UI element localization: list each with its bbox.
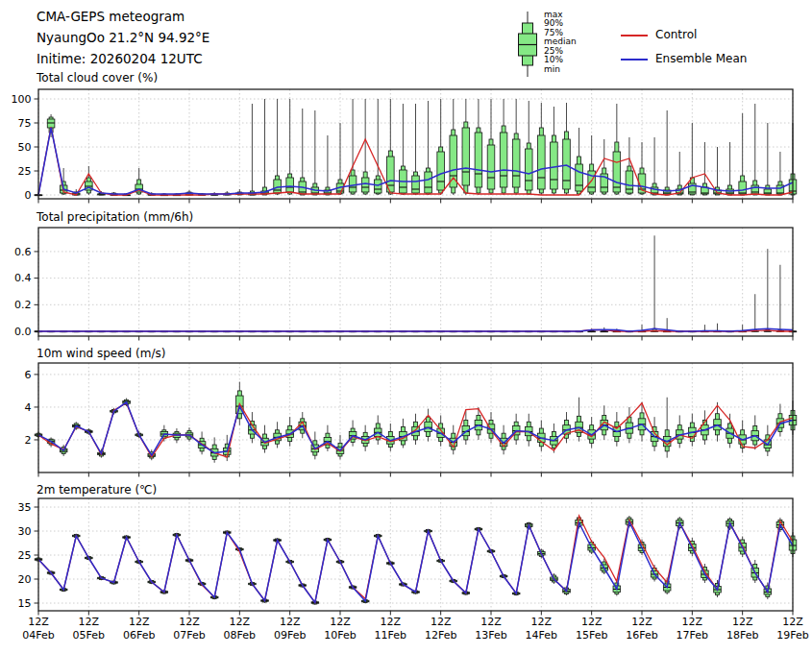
- svg-text:12Feb: 12Feb: [425, 629, 456, 642]
- svg-text:12Z: 12Z: [682, 616, 703, 628]
- svg-text:12Z: 12Z: [381, 616, 402, 628]
- panel-title-precip: Total precipitation (mm/6h): [37, 210, 193, 224]
- svg-text:12Z: 12Z: [431, 616, 452, 628]
- svg-text:25: 25: [18, 549, 32, 562]
- panel-title-cloud: Total cloud cover (%): [37, 71, 158, 85]
- svg-text:30: 30: [18, 525, 32, 538]
- svg-text:04Feb: 04Feb: [22, 629, 54, 642]
- svg-text:12Z: 12Z: [230, 616, 251, 628]
- svg-text:10Feb: 10Feb: [324, 629, 356, 642]
- svg-text:12Z: 12Z: [79, 616, 100, 628]
- control-line-swatch: [621, 35, 648, 36]
- legend-label-min: min: [544, 65, 560, 74]
- svg-text:12Z: 12Z: [480, 616, 502, 628]
- svg-text:12Z: 12Z: [129, 616, 150, 628]
- station-info: NyaungOo 21.2°N 94.92°E: [37, 27, 209, 48]
- svg-text:12Z: 12Z: [330, 616, 351, 628]
- svg-text:12Z: 12Z: [581, 616, 603, 628]
- svg-text:0.4: 0.4: [14, 272, 32, 284]
- init-time: Initime: 20260204 12UTC: [37, 48, 203, 69]
- svg-text:09Feb: 09Feb: [274, 629, 306, 642]
- legend-control-label: Control: [655, 28, 697, 41]
- meteogram-page: 02550751000.00.20.40.6246152025303512Z04…: [0, 0, 812, 654]
- svg-text:12Z: 12Z: [782, 616, 803, 628]
- svg-text:35: 35: [18, 501, 32, 514]
- svg-text:50: 50: [18, 141, 32, 154]
- svg-text:12Z: 12Z: [280, 616, 301, 628]
- panel-title-temp: 2m temperature (℃): [37, 483, 157, 497]
- svg-text:19Feb: 19Feb: [776, 629, 808, 642]
- panel-title-wind: 10m wind speed (m/s): [37, 347, 165, 360]
- ensemble-line-swatch: [621, 59, 648, 61]
- svg-text:07Feb: 07Feb: [173, 629, 205, 642]
- svg-text:2: 2: [25, 434, 32, 447]
- svg-text:17Feb: 17Feb: [677, 629, 708, 642]
- svg-text:12Z: 12Z: [732, 616, 753, 628]
- page-title: CMA-GEPS meteogram: [37, 6, 185, 27]
- meteogram-canvas: 02550751000.00.20.40.6246152025303512Z04…: [0, 0, 812, 654]
- legend-label-median: median: [544, 37, 577, 46]
- svg-text:20: 20: [18, 573, 32, 586]
- svg-text:06Feb: 06Feb: [123, 629, 155, 642]
- svg-text:0.0: 0.0: [14, 326, 32, 338]
- svg-text:15: 15: [18, 597, 32, 610]
- svg-text:14Feb: 14Feb: [526, 629, 557, 642]
- svg-text:12Z: 12Z: [531, 616, 553, 628]
- svg-text:08Feb: 08Feb: [224, 629, 256, 642]
- svg-text:11Feb: 11Feb: [375, 629, 406, 642]
- svg-text:12Z: 12Z: [179, 616, 200, 628]
- svg-text:0.6: 0.6: [14, 246, 32, 258]
- svg-text:18Feb: 18Feb: [726, 629, 758, 642]
- svg-text:15Feb: 15Feb: [576, 629, 607, 642]
- legend-label-p90: 90%: [544, 19, 563, 28]
- legend-ensemble-label: Ensemble Mean: [655, 52, 747, 65]
- svg-text:0: 0: [25, 189, 32, 202]
- svg-text:12Z: 12Z: [631, 616, 652, 628]
- svg-text:0.2: 0.2: [14, 299, 32, 311]
- svg-text:75: 75: [18, 117, 32, 130]
- svg-text:16Feb: 16Feb: [626, 629, 657, 642]
- svg-text:6: 6: [25, 369, 32, 381]
- legend-label-p10: 10%: [544, 56, 563, 64]
- svg-text:13Feb: 13Feb: [475, 629, 506, 642]
- svg-text:05Feb: 05Feb: [73, 629, 105, 642]
- svg-text:4: 4: [25, 401, 32, 414]
- svg-text:25: 25: [18, 165, 32, 178]
- svg-text:100: 100: [12, 93, 32, 106]
- svg-text:12Z: 12Z: [28, 616, 49, 628]
